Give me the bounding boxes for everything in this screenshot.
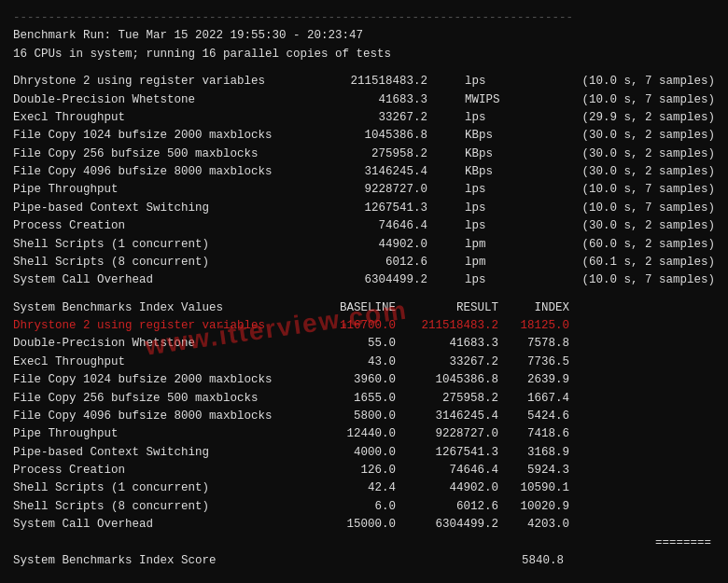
- bench-unit: lpm: [459, 254, 534, 271]
- score-value: 5840.8: [470, 552, 564, 570]
- bench-samples: (30.0 s, 2 samples): [566, 217, 715, 235]
- bench-samples: (10.0 s, 7 samples): [566, 181, 715, 199]
- bench-unit: KBps: [459, 127, 534, 145]
- bench-unit: lps: [459, 217, 534, 235]
- benchmark-run-line: Benchmark Run: Tue Mar 15 2022 19:55:30 …: [13, 27, 715, 45]
- index-header-result: RESULT: [396, 299, 498, 317]
- bench-samples: (29.9 s, 2 samples): [566, 109, 715, 127]
- bench-name: Double-Precision Whetstone: [13, 91, 293, 109]
- index-table-row: Pipe Throughput12440.09228727.07418.6: [13, 425, 715, 443]
- idx-row-name: System Call Overhead: [13, 516, 293, 534]
- bench-results-section: Dhrystone 2 using register variables2115…: [13, 73, 715, 290]
- idx-row-result: 1267541.3: [396, 444, 498, 462]
- bench-result-row: Process Creation74646.4lps(30.0 s, 2 sam…: [13, 217, 715, 235]
- idx-row-name: Shell Scripts (1 concurrent): [13, 479, 293, 497]
- idx-row-result: 41683.3: [396, 335, 498, 353]
- index-table-row: System Call Overhead15000.06304499.24203…: [13, 516, 715, 534]
- bench-result-row: Shell Scripts (1 concurrent)44902.0lpm(6…: [13, 236, 715, 254]
- idx-row-name: Execl Throughput: [13, 354, 293, 371]
- idx-row-result: 1045386.8: [396, 371, 498, 389]
- bench-value: 44902.0: [325, 236, 427, 254]
- idx-row-baseline: 43.0: [293, 354, 396, 371]
- bench-name: Process Creation: [13, 217, 293, 235]
- bench-samples: (10.0 s, 7 samples): [566, 200, 715, 217]
- idx-row-result: 211518483.2: [396, 317, 498, 335]
- bench-samples: (60.1 s, 2 samples): [566, 254, 715, 271]
- bench-result-row: File Copy 4096 bufsize 8000 maxblocks314…: [13, 163, 715, 181]
- bench-name: File Copy 1024 bufsize 2000 maxblocks: [13, 127, 293, 145]
- bench-value: 1045386.8: [325, 127, 427, 145]
- bench-unit: KBps: [459, 163, 534, 181]
- index-header-name: System Benchmarks Index Values: [13, 299, 293, 317]
- bench-value: 74646.4: [325, 217, 427, 235]
- bench-value: 211518483.2: [325, 73, 427, 90]
- terminal-container: ----------------------------------------…: [13, 9, 715, 583]
- bench-unit: lps: [459, 73, 534, 90]
- bench-value: 33267.2: [325, 109, 427, 127]
- bench-name: Pipe-based Context Switching: [13, 200, 293, 217]
- bench-unit: KBps: [459, 146, 534, 163]
- cpu-info-line: 16 CPUs in system; running 16 parallel c…: [13, 46, 715, 63]
- idx-row-index: 1667.4: [498, 390, 573, 408]
- idx-row-index: 7736.5: [498, 354, 573, 371]
- index-header-baseline: BASELINE: [293, 299, 396, 317]
- idx-row-index: 3168.9: [498, 444, 573, 462]
- index-table-row: Shell Scripts (1 concurrent)42.444902.01…: [13, 479, 715, 497]
- bench-value: 6012.6: [325, 254, 427, 271]
- idx-row-baseline: 15000.0: [293, 516, 396, 534]
- idx-row-index: 4203.0: [498, 516, 573, 534]
- index-header-index: INDEX: [498, 299, 573, 317]
- bench-result-row: File Copy 1024 bufsize 2000 maxblocks104…: [13, 127, 715, 145]
- index-table-row: Process Creation126.074646.45924.3: [13, 462, 715, 479]
- idx-row-result: 6304499.2: [396, 516, 498, 534]
- bench-name: File Copy 256 bufsize 500 maxblocks: [13, 146, 293, 163]
- score-label: System Benchmarks Index Score: [13, 552, 470, 570]
- bench-unit: MWIPS: [459, 91, 534, 109]
- idx-row-name: Dhrystone 2 using register variables: [13, 317, 293, 335]
- bench-result-row: Execl Throughput33267.2lps(29.9 s, 2 sam…: [13, 109, 715, 127]
- idx-row-baseline: 3960.0: [293, 371, 396, 389]
- idx-row-index: 5924.3: [498, 462, 573, 479]
- idx-row-baseline: 1655.0: [293, 390, 396, 408]
- index-table-row: Execl Throughput43.033267.27736.5: [13, 354, 715, 371]
- bench-samples: (30.0 s, 2 samples): [566, 163, 715, 181]
- idx-row-baseline: 116700.0: [293, 317, 396, 335]
- idx-row-index: 7578.8: [498, 335, 573, 353]
- bench-samples: (10.0 s, 7 samples): [566, 271, 715, 289]
- idx-row-baseline: 6.0: [293, 498, 396, 516]
- bench-value: 41683.3: [325, 91, 427, 109]
- idx-row-index: 18125.0: [498, 317, 573, 335]
- index-table-row: Shell Scripts (8 concurrent)6.06012.6100…: [13, 498, 715, 516]
- bench-result-row: Pipe Throughput9228727.0lps(10.0 s, 7 sa…: [13, 181, 715, 199]
- idx-row-name: Pipe-based Context Switching: [13, 444, 293, 462]
- idx-row-result: 44902.0: [396, 479, 498, 497]
- bench-samples: (10.0 s, 7 samples): [566, 73, 715, 90]
- idx-row-index: 10020.9: [498, 498, 573, 516]
- bench-value: 6304499.2: [325, 271, 427, 289]
- bench-result-row: System Call Overhead6304499.2lps(10.0 s,…: [13, 271, 715, 289]
- bench-value: 3146245.4: [325, 163, 427, 181]
- idx-row-name: Pipe Throughput: [13, 425, 293, 443]
- idx-row-name: File Copy 256 bufsize 500 maxblocks: [13, 390, 293, 408]
- idx-row-result: 74646.4: [396, 462, 498, 479]
- bench-samples: (30.0 s, 2 samples): [566, 146, 715, 163]
- bench-value: 275958.2: [325, 146, 427, 163]
- idx-row-name: File Copy 4096 bufsize 8000 maxblocks: [13, 408, 293, 425]
- bench-unit: lpm: [459, 236, 534, 254]
- idx-row-baseline: 126.0: [293, 462, 396, 479]
- bench-unit: lps: [459, 200, 534, 217]
- idx-row-result: 6012.6: [396, 498, 498, 516]
- index-table-row: Pipe-based Context Switching4000.0126754…: [13, 444, 715, 462]
- index-table-row: Double-Precision Whetstone55.041683.3757…: [13, 335, 715, 353]
- idx-row-result: 275958.2: [396, 390, 498, 408]
- index-table-row: File Copy 4096 bufsize 8000 maxblocks580…: [13, 408, 715, 425]
- bench-value: 9228727.0: [325, 181, 427, 199]
- bench-samples: (30.0 s, 2 samples): [566, 127, 715, 145]
- bench-unit: lps: [459, 109, 534, 127]
- bench-name: Shell Scripts (1 concurrent): [13, 236, 293, 254]
- bench-name: File Copy 4096 bufsize 8000 maxblocks: [13, 163, 293, 181]
- bench-name: Dhrystone 2 using register variables: [13, 73, 293, 90]
- idx-row-name: File Copy 1024 bufsize 2000 maxblocks: [13, 371, 293, 389]
- score-line: System Benchmarks Index Score5840.8: [13, 552, 715, 570]
- bench-unit: lps: [459, 181, 534, 199]
